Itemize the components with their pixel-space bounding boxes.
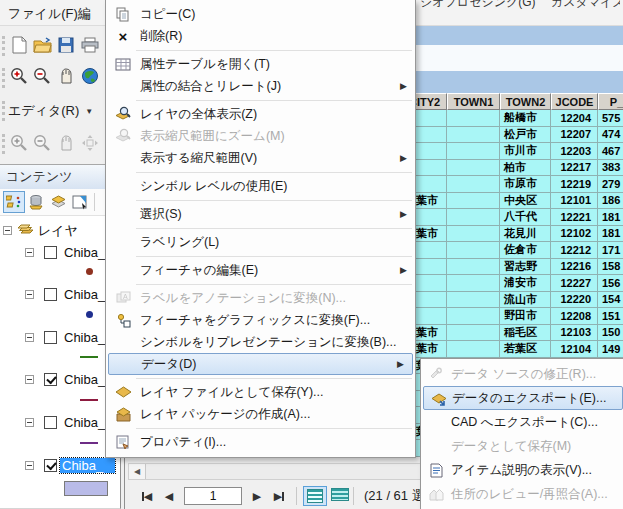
table-row[interactable]: 八千代 12221 181	[382, 209, 623, 226]
cell-pn: 181	[598, 209, 623, 226]
toolbar-grip[interactable]	[2, 101, 5, 121]
table-row[interactable]: 松戸市 12207 474	[382, 127, 623, 144]
zoom-out-button[interactable]	[31, 64, 53, 88]
layer-expander[interactable]	[25, 248, 34, 257]
list-by-source-button[interactable]	[25, 191, 47, 213]
layer-expander[interactable]	[25, 290, 34, 299]
submenu-item-export-to-cad[interactable]: CAD へエクスポート(C)...	[421, 410, 623, 434]
next-record-button[interactable]: ▶	[246, 486, 268, 506]
menu-item-open-attribute-table[interactable]: 属性テーブルを開く(T)	[106, 53, 415, 75]
scroll-left-button[interactable]: ◀	[129, 464, 146, 479]
menu-item-zoom-to-layer[interactable]: レイヤの全体表示(Z)	[106, 103, 415, 125]
menu-item-save-as-layer-file[interactable]: レイヤ ファイルとして保存(Y)...	[106, 381, 415, 403]
table-row[interactable]: 浦安市 12227 156	[382, 275, 623, 292]
layers-root-label[interactable]: レイヤ	[38, 222, 78, 240]
point-symbol-swatch[interactable]	[86, 311, 93, 318]
layer-label[interactable]: Chiba_	[64, 415, 105, 430]
menu-item-create-layer-package[interactable]: レイヤ パッケージの作成(A)...	[106, 403, 415, 425]
table-row[interactable]: 市川市 12203 467	[382, 143, 623, 160]
file-menu[interactable]: ファイル(F)	[8, 5, 78, 23]
table-row[interactable]: 市原市 12219 279	[382, 176, 623, 193]
full-extent-button[interactable]	[79, 64, 101, 88]
cell-town1	[447, 176, 500, 193]
layer-expander[interactable]	[25, 375, 34, 384]
column-header-town2[interactable]: TOWN2	[500, 93, 551, 110]
submenu-item-view-item-description[interactable]: アイテム説明の表示(V)...	[421, 458, 623, 482]
cell-town1	[447, 242, 500, 259]
last-record-button[interactable]: ▶	[268, 486, 290, 506]
menu-item-remove[interactable]: × 削除(R)	[106, 25, 415, 47]
show-selected-records-button[interactable]	[327, 488, 347, 504]
menu-item-properties[interactable]: プロパティ(I)...	[106, 431, 415, 453]
menu-item-labeling[interactable]: ラベリング(L)	[106, 231, 415, 253]
menu-item-convert-features-to-graphics[interactable]: フィーチャをグラフィックスに変換(F)...	[106, 309, 415, 331]
print-button[interactable]	[79, 33, 101, 57]
column-header-pn[interactable]: P_N	[598, 93, 623, 110]
save-button[interactable]	[55, 33, 77, 57]
menu-separator	[136, 256, 412, 257]
column-header-town1[interactable]: TOWN1	[447, 93, 500, 110]
zoom-in-button[interactable]	[8, 64, 30, 88]
table-row[interactable]: 野田市 12208 151	[382, 308, 623, 325]
menu-item-edit-features[interactable]: フィーチャの編集(E) ▶	[106, 259, 415, 281]
table-row[interactable]: 葉市 稲毛区 12103 150	[382, 325, 623, 342]
polygon-symbol-swatch[interactable]	[64, 481, 108, 496]
record-number-input[interactable]: 1	[184, 487, 242, 505]
pan-button[interactable]	[55, 64, 77, 88]
menu-item-data[interactable]: データ(D) ▶	[108, 353, 413, 375]
table-row[interactable]: 葉市 若葉区 12104 149	[382, 341, 623, 358]
layer-label[interactable]: Chiba_	[64, 287, 105, 302]
table-row[interactable]: 葉市 中央区 12101 186	[382, 193, 623, 210]
table-row[interactable]: 葉市 花見川 12102 181	[382, 226, 623, 243]
open-button[interactable]	[31, 33, 53, 57]
table-row[interactable]: 習志野 12216 158	[382, 259, 623, 276]
first-record-button[interactable]: ◀	[136, 486, 158, 506]
extent-arrows-icon	[81, 134, 99, 152]
toolbar-grip[interactable]	[2, 134, 5, 154]
cell-jcode: 12102	[551, 226, 598, 243]
collapse-layers-expander[interactable]	[3, 226, 12, 235]
layer-label[interactable]: Chiba_	[64, 245, 105, 260]
layer-expander[interactable]	[25, 333, 34, 342]
table-row[interactable]: 佐倉市 12212 171	[382, 242, 623, 259]
layer-checkbox[interactable]	[44, 246, 57, 259]
menu-item-joins-relates[interactable]: 属性の結合とリレート(J) ▶	[106, 75, 415, 97]
line-symbol-swatch[interactable]	[80, 356, 98, 358]
menu-item-use-symbol-levels[interactable]: シンボル レベルの使用(E)	[106, 175, 415, 197]
line-symbol-swatch[interactable]	[80, 442, 98, 444]
list-by-selection-button[interactable]	[69, 191, 91, 213]
table-row[interactable]: 船橋市 12204 575	[382, 110, 623, 127]
layer-checkbox[interactable]	[44, 416, 57, 429]
cell-town2: 市原市	[500, 176, 551, 193]
menu-item-copy[interactable]: コピー(C)	[106, 3, 415, 25]
layer-label[interactable]: Chiba_	[64, 330, 105, 345]
previous-record-button[interactable]: ◀	[158, 486, 180, 506]
graphics-icon	[113, 311, 133, 329]
layer-checkbox-checked[interactable]	[44, 459, 57, 472]
new-document-button[interactable]	[8, 33, 30, 57]
layer-expander[interactable]	[25, 461, 34, 470]
toolbar-grip[interactable]	[2, 36, 5, 56]
layer-checkbox[interactable]	[44, 288, 57, 301]
point-symbol-swatch[interactable]	[86, 268, 93, 275]
layer-checkbox-checked[interactable]	[44, 373, 57, 386]
layer-checkbox[interactable]	[44, 331, 57, 344]
list-by-drawing-order-button[interactable]	[3, 191, 25, 213]
menu-separator	[136, 228, 412, 229]
table-row[interactable]: 柏市 12217 383	[382, 160, 623, 177]
layer-expander[interactable]	[25, 418, 34, 427]
layer-label[interactable]: Chiba_	[64, 372, 105, 387]
editor-dropdown-button[interactable]: エディタ(R) ▼	[8, 99, 93, 123]
menu-item-visible-scale-range[interactable]: 表示する縮尺範囲(V) ▶	[106, 147, 415, 169]
edit-menu-partial[interactable]: 編	[78, 5, 91, 23]
submenu-item-export-data[interactable]: データのエクスポート(E)...	[423, 386, 623, 410]
selected-layer-label[interactable]: Chiba_	[60, 458, 115, 473]
menu-item-selection[interactable]: 選択(S) ▶	[106, 203, 415, 225]
column-header-jcode[interactable]: JCODE	[551, 93, 598, 110]
line-symbol-swatch[interactable]	[80, 399, 98, 401]
menu-item-convert-symbology-to-representation[interactable]: シンボルをリプレゼンテーションに変換(B)...	[106, 331, 415, 353]
toolbar-grip[interactable]	[2, 68, 5, 88]
list-by-visibility-button[interactable]	[47, 191, 69, 213]
table-row[interactable]: 流山市 12220 154	[382, 292, 623, 309]
show-all-records-button[interactable]	[303, 486, 327, 506]
